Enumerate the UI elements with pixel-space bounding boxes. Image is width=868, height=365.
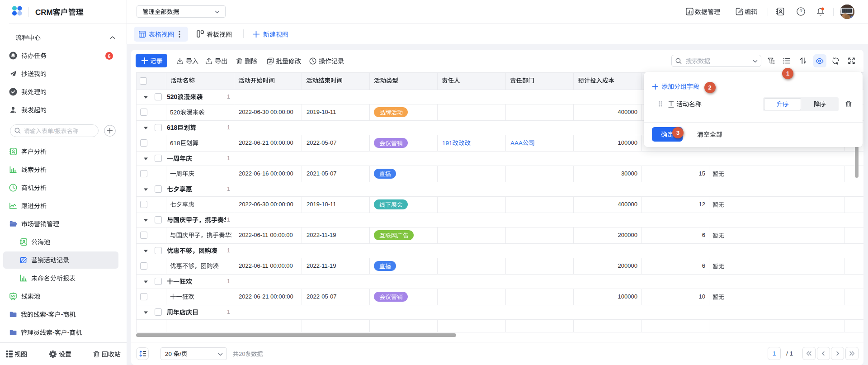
- svg-text:191: 191: [442, 140, 453, 146]
- svg-text:20: 20: [239, 351, 245, 357]
- svg-text:618: 618: [170, 140, 180, 146]
- svg-text:-: -: [52, 329, 55, 336]
- svg-text:/: /: [53, 128, 55, 134]
- svg-text:AAA: AAA: [510, 140, 523, 146]
- svg-text:CRM: CRM: [35, 8, 53, 16]
- svg-text:520: 520: [170, 109, 180, 115]
- svg-text:-: -: [46, 311, 48, 318]
- svg-text:/: /: [179, 351, 181, 357]
- svg-text:-: -: [67, 329, 70, 336]
- svg-text:520: 520: [167, 94, 178, 100]
- svg-text:20: 20: [165, 351, 172, 357]
- svg-text:618: 618: [167, 124, 178, 131]
- svg-text:-: -: [61, 311, 63, 318]
- svg-text:?: ?: [799, 9, 802, 14]
